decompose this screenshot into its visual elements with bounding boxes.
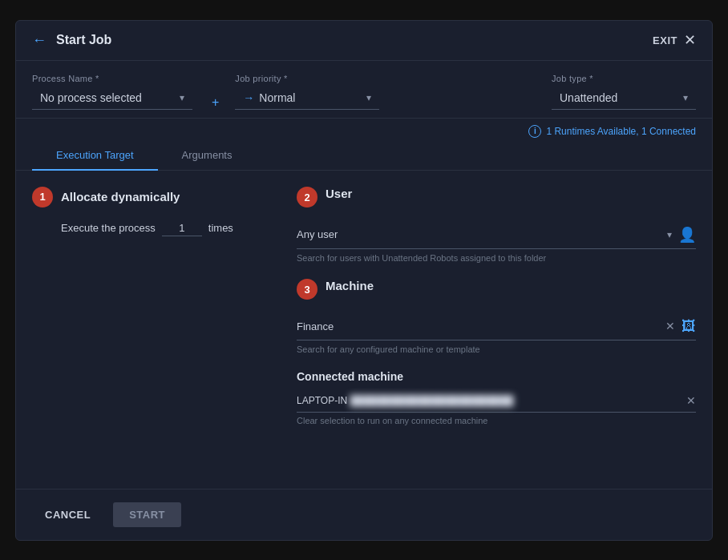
machine-section-header: 3 Machine [297,279,696,300]
connected-machine-blurred: ████████████████████████ [350,395,513,406]
cancel-button[interactable]: CANCEL [32,502,103,527]
allocate-section-header: 1 Allocate dynamically [32,187,273,207]
close-button[interactable]: ✕ [684,33,696,47]
job-type-value: Unattended [560,91,678,104]
connected-machine-value: LAPTOP-IN ████████████████████████ [297,395,680,406]
machine-input-row: Finance ✕ 🖼 [297,313,696,340]
left-panel: 1 Allocate dynamically Execute the proce… [32,187,273,473]
execute-times-input[interactable] [162,220,202,236]
user-chevron-icon: ▾ [667,229,672,240]
dialog-footer: CANCEL START [16,489,712,540]
fields-row: Process Name * No process selected ▾ + J… [16,61,712,119]
execute-row: Execute the process times [61,220,273,236]
execute-label: Execute the process [61,222,156,234]
job-priority-group: Job priority * → Normal ▾ [235,74,379,110]
user-profile-icon[interactable]: 👤 [678,226,696,244]
process-name-value: No process selected [40,91,175,104]
machine-hint-text: Search for any configured machine or tem… [297,344,696,356]
connected-machine-section: Connected machine LAPTOP-IN ████████████… [297,370,696,425]
any-user-value: Any user [297,228,661,240]
exit-label: EXIT [653,34,677,46]
job-type-group: Job type * Unattended ▾ [552,74,696,110]
job-priority-label: Job priority * [235,74,379,83]
user-title: User [326,187,352,200]
times-label: times [208,222,233,234]
content-area: 1 Allocate dynamically Execute the proce… [16,171,712,489]
start-job-dialog: ← Start Job EXIT ✕ Process Name * No pro… [15,20,713,541]
process-name-label: Process Name * [32,74,192,83]
job-priority-chevron-icon: ▾ [366,92,371,103]
connected-machine-hint: Clear selection to run on any connected … [297,416,696,425]
tabs-row: Execution Target Arguments [16,141,712,171]
header-right: EXIT ✕ [653,33,696,47]
user-hint-text: Search for users with Unattended Robots … [297,252,696,264]
tab-arguments[interactable]: Arguments [158,141,257,171]
runtime-info-bar: i 1 Runtimes Available, 1 Connected [16,119,712,141]
job-priority-select[interactable]: → Normal ▾ [235,87,379,110]
process-name-chevron-icon: ▾ [180,92,184,103]
header-left: ← Start Job [32,32,111,49]
job-type-label: Job type * [552,74,696,83]
job-priority-value: Normal [259,91,362,104]
machine-clear-icon[interactable]: ✕ [665,320,675,332]
machine-title: Machine [326,279,374,292]
connected-machine-title: Connected machine [297,370,696,383]
priority-arrow-icon: → [243,91,254,104]
process-name-group: Process Name * No process selected ▾ [32,74,192,110]
step-1-badge: 1 [32,187,53,207]
process-name-select[interactable]: No process selected ▾ [32,87,192,110]
job-type-select[interactable]: Unattended ▾ [552,87,696,110]
connected-machine-row: LAPTOP-IN ████████████████████████ ✕ [297,389,696,413]
info-icon: i [528,125,541,138]
user-dropdown-row: Any user ▾ 👤 [297,221,696,249]
user-section-header: 2 User [297,187,696,208]
user-section: 2 User Any user ▾ 👤 Search for users wit… [297,187,696,264]
machine-section: 3 Machine Finance ✕ 🖼 Search for any con… [297,279,696,356]
job-type-chevron-icon: ▾ [683,92,688,103]
step-3-badge: 3 [297,279,317,300]
start-button[interactable]: START [113,502,181,527]
runtime-info-text: 1 Runtimes Available, 1 Connected [546,126,696,137]
machine-value: Finance [297,320,659,332]
dialog-header: ← Start Job EXIT ✕ [16,21,712,61]
back-button[interactable]: ← [32,32,47,49]
add-process-button[interactable]: + [208,95,219,110]
dialog-title: Start Job [56,33,111,47]
right-panel: 2 User Any user ▾ 👤 Search for users wit… [297,187,696,473]
step-2-badge: 2 [297,187,317,207]
tab-execution-target[interactable]: Execution Target [32,141,158,171]
machine-monitor-icon[interactable]: 🖼 [681,318,696,335]
allocate-title: Allocate dynamically [61,190,180,203]
connected-machine-clear-icon[interactable]: ✕ [686,394,696,407]
